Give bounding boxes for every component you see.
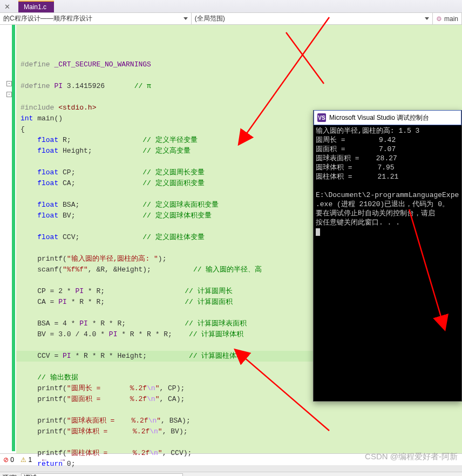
source-label: 源(S): — [2, 473, 19, 476]
console-line: 按任意键关闭此窗口. . . — [316, 218, 459, 227]
pin-icon[interactable]: ✕ — [4, 3, 10, 11]
code-line[interactable]: printf("圆球表面积 = %.2f\n", BSA); — [21, 416, 458, 426]
nav-context-label: (全局范围) — [195, 14, 225, 23]
console-cursor — [316, 228, 320, 236]
gear-icon: ⚙ — [436, 15, 442, 23]
console-line: E:\Document\2-programmLanguageExpe — [316, 191, 459, 200]
code-line[interactable]: #define PI 3.1415926 // π — [21, 81, 458, 92]
vs-icon: VS — [317, 113, 326, 122]
console-line: 输入圆的半径,圆柱的高: 1.5 3 — [316, 126, 459, 135]
debug-console-window[interactable]: VS Microsoft Visual Studio 调试控制台 输入圆的半径,… — [313, 110, 462, 402]
nav-scope-label: 的C程序设计——顺序程序设计 — [3, 14, 92, 23]
collapse-toggle[interactable]: - — [6, 81, 12, 86]
console-line: 圆球表面积 = 28.27 — [316, 154, 459, 163]
console-line: 圆球体积 = 7.95 — [316, 163, 459, 172]
console-line: 要在调试停止时自动关闭控制台，请启 — [316, 209, 459, 218]
error-count[interactable]: ⊘ 0 — [3, 456, 14, 464]
source-combo[interactable]: 调试 — [21, 473, 183, 477]
tab-bar: ✕ Main1.c — [0, 0, 462, 13]
error-icon: ⊘ — [3, 456, 9, 464]
nav-bar: 的C程序设计——顺序程序设计 (全局范围) ⚙ main — [0, 13, 462, 25]
console-line: 圆周长 = 9.42 — [316, 135, 459, 145]
console-line — [316, 181, 459, 191]
console-line: 圆面积 = 7.07 — [316, 145, 459, 154]
code-line[interactable]: #define _CRT_SECURE_NO_WARNINGS — [21, 59, 458, 70]
code-line[interactable] — [21, 70, 458, 81]
tab-label: Main1.c — [24, 3, 46, 11]
file-tab-main1c[interactable]: Main1.c — [18, 1, 54, 12]
console-titlebar[interactable]: VS Microsoft Visual Studio 调试控制台 — [314, 110, 461, 125]
console-line: 圆柱体积 = 21.21 — [316, 172, 459, 181]
nav-scope-dropdown[interactable]: 的C程序设计——顺序程序设计 — [0, 13, 192, 24]
console-output[interactable]: 输入圆的半径,圆柱的高: 1.5 3圆周长 = 9.42圆面积 = 7.07圆球… — [314, 125, 461, 237]
code-line[interactable] — [21, 405, 458, 416]
chevron-down-icon — [425, 17, 429, 20]
code-line[interactable] — [21, 92, 458, 103]
code-line[interactable]: printf("圆柱体积 = %.2f\n", CCV); — [21, 448, 458, 459]
collapse-toggle[interactable]: - — [6, 92, 12, 97]
nav-member-dropdown[interactable]: ⚙ main — [433, 13, 462, 24]
code-line[interactable] — [21, 437, 458, 448]
console-line: .exe (进程 21020)已退出，代码为 0。 — [316, 200, 459, 209]
nav-member-label: main — [444, 15, 458, 23]
code-line[interactable]: printf("圆球体积 = %.2f\n", BV); — [21, 426, 458, 437]
console-title-text: Microsoft Visual Studio 调试控制台 — [329, 113, 429, 123]
source-combo-value: 调试 — [24, 473, 37, 476]
nav-context-dropdown[interactable]: (全局范围) — [192, 13, 433, 24]
code-line[interactable]: return 0; — [21, 459, 458, 470]
change-marker — [12, 25, 15, 451]
chevron-down-icon — [184, 17, 188, 20]
